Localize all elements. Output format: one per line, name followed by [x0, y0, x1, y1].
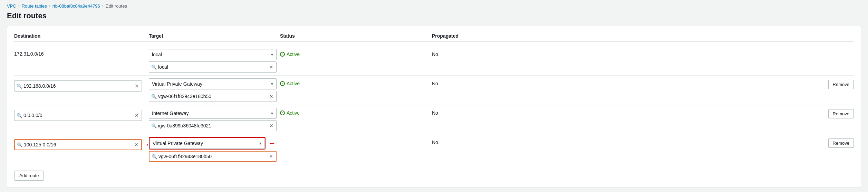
search-icon: 🔍 — [17, 113, 22, 118]
destination-input-2[interactable] — [23, 83, 133, 89]
status-text-2: Active — [287, 81, 300, 86]
add-route-button[interactable]: Add route — [14, 171, 44, 181]
clear-target-4[interactable]: ✕ — [268, 154, 274, 159]
status-active-3: Active — [280, 110, 300, 116]
search-icon: 🔍 — [17, 84, 22, 89]
actions-cell-1 — [501, 49, 854, 50]
add-route-section: Add route — [14, 165, 854, 181]
actions-cell-2[interactable]: Remove — [501, 78, 854, 89]
status-text-1: Active — [287, 51, 300, 57]
destination-input-3[interactable] — [23, 113, 133, 118]
target-search-2: 🔍 ✕ — [149, 91, 277, 102]
footer: Cancel Preview Save changes — [0, 188, 868, 192]
dest-input-wrapper-4: 🔍 ✕ — [14, 139, 142, 150]
target-search-input-3[interactable] — [158, 123, 267, 128]
target-select-wrapper-4: Virtual Private Gateway Internet Gateway… — [149, 137, 266, 150]
target-cell-3: Virtual Private Gateway Internet Gateway… — [149, 108, 280, 131]
target-cell-4: Virtual Private Gateway Internet Gateway… — [149, 137, 280, 162]
clear-dest-4[interactable]: ✕ — [134, 142, 139, 147]
target-select-wrapper-1: local ▼ — [149, 49, 277, 60]
col-destination: Destination — [14, 33, 149, 39]
status-dash-4: – — [280, 140, 283, 148]
status-cell-4: – — [280, 137, 432, 148]
destination-cell-3: 🔍 ✕ — [14, 108, 149, 121]
destination-cell-4: 🔍 ✕ ← — [14, 137, 149, 150]
target-dropdown-1[interactable]: local — [149, 49, 277, 60]
clear-target-3[interactable]: ✕ — [269, 123, 274, 128]
actions-cell-3[interactable]: Remove — [501, 108, 854, 118]
table-row: 🔍 ✕ ← Virtual Private Gateway Internet G… — [14, 134, 854, 165]
dest-input-wrapper-2: 🔍 ✕ — [14, 80, 142, 92]
status-dot-1 — [280, 52, 285, 57]
col-target: Target — [149, 33, 280, 39]
target-search-input-1[interactable] — [158, 64, 267, 70]
col-status: Status — [280, 33, 432, 39]
target-search-1: 🔍 ✕ — [149, 61, 277, 73]
target-dropdown-4[interactable]: Virtual Private Gateway Internet Gateway… — [150, 138, 265, 149]
clear-target-2[interactable]: ✕ — [269, 94, 274, 99]
remove-button-3[interactable]: Remove — [828, 109, 854, 118]
target-select-wrapper-3: Virtual Private Gateway Internet Gateway… — [149, 108, 277, 119]
table-row: 172.31.0.0/16 local ▼ 🔍 ✕ Active No — [14, 46, 854, 76]
destination-value-1: 172.31.0.0/16 — [14, 51, 44, 57]
propagated-value-1: No — [432, 51, 438, 57]
status-active-2: Active — [280, 81, 300, 86]
target-dropdown-2[interactable]: Virtual Private Gateway Internet Gateway… — [149, 78, 277, 89]
propagated-value-4: No — [432, 140, 438, 145]
target-search-4: 🔍 ✕ — [149, 151, 277, 162]
breadcrumb-current: Edit routes — [106, 3, 127, 9]
clear-dest-2[interactable]: ✕ — [134, 84, 139, 88]
page-title: Edit routes — [0, 10, 868, 26]
annotation-arrow-target: ← — [268, 139, 276, 148]
status-cell-3: Active — [280, 108, 432, 116]
status-dot-2 — [280, 81, 285, 86]
status-cell-1: Active — [280, 49, 432, 57]
status-active-1: Active — [280, 51, 300, 57]
status-dot-3 — [280, 111, 285, 115]
status-text-3: Active — [287, 110, 300, 116]
table-row: 🔍 ✕ Virtual Private Gateway Internet Gat… — [14, 76, 854, 105]
table-row: 🔍 ✕ Virtual Private Gateway Internet Gat… — [14, 105, 854, 134]
propagated-cell-4: No — [432, 137, 501, 145]
routes-table-container: Destination Target Status Propagated 172… — [7, 26, 861, 188]
remove-button-2[interactable]: Remove — [828, 80, 854, 89]
col-actions — [501, 33, 854, 39]
search-icon: 🔍 — [17, 142, 22, 147]
target-select-wrapper-2: Virtual Private Gateway Internet Gateway… — [149, 78, 277, 89]
search-icon: 🔍 — [152, 154, 157, 159]
target-dropdown-3[interactable]: Virtual Private Gateway Internet Gateway… — [149, 108, 277, 119]
propagated-value-2: No — [432, 81, 438, 86]
breadcrumb: VPC › Route tables › rtb-08baf8c04a9e447… — [0, 0, 868, 10]
breadcrumb-rtb-id[interactable]: rtb-08baf8c04a9e44796 — [52, 3, 100, 9]
destination-cell-2: 🔍 ✕ — [14, 78, 149, 92]
dest-input-wrapper-3: 🔍 ✕ — [14, 110, 142, 121]
actions-cell-4[interactable]: Remove — [501, 137, 854, 148]
target-search-3: 🔍 ✕ — [149, 120, 277, 131]
status-cell-2: Active — [280, 78, 432, 86]
propagated-cell-2: No — [432, 78, 501, 86]
target-cell-1: local ▼ 🔍 ✕ — [149, 49, 280, 73]
remove-button-4[interactable]: Remove — [828, 138, 854, 148]
clear-target-1[interactable]: ✕ — [269, 65, 274, 69]
target-cell-2: Virtual Private Gateway Internet Gateway… — [149, 78, 280, 102]
search-icon: 🔍 — [151, 94, 157, 99]
search-icon: 🔍 — [151, 123, 157, 128]
col-propagated: Propagated — [432, 33, 501, 39]
search-icon: 🔍 — [151, 65, 157, 70]
propagated-value-3: No — [432, 110, 438, 116]
propagated-cell-1: No — [432, 49, 501, 57]
target-search-input-2[interactable] — [158, 94, 267, 99]
destination-cell-1: 172.31.0.0/16 — [14, 49, 149, 57]
breadcrumb-vpc[interactable]: VPC — [7, 3, 16, 9]
destination-input-4[interactable] — [24, 142, 132, 147]
propagated-cell-3: No — [432, 108, 501, 116]
breadcrumb-route-tables[interactable]: Route tables — [22, 3, 47, 9]
clear-dest-3[interactable]: ✕ — [134, 113, 139, 118]
target-search-input-4[interactable] — [158, 154, 267, 159]
table-header: Destination Target Status Propagated — [14, 33, 854, 42]
